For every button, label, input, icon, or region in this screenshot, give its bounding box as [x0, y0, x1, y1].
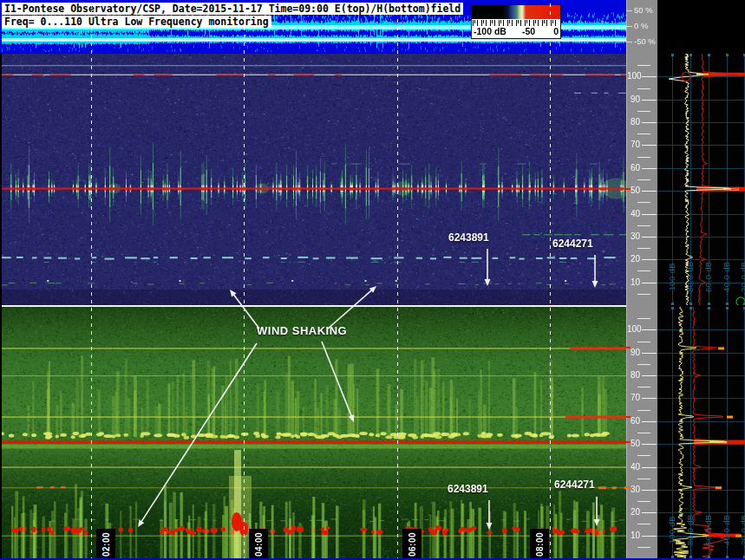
- freq-tick-minor: [637, 202, 650, 203]
- percent-label: -50 %: [634, 36, 656, 46]
- percent-tick: [626, 10, 632, 11]
- freq-tick-minor: [637, 294, 650, 295]
- colorbar-label-mid: -50: [522, 26, 535, 36]
- time-label: 04:00: [254, 531, 264, 556]
- freq-tick-major: [642, 444, 657, 445]
- db-axis-label-text: -60.0 dB: [703, 514, 713, 548]
- freq-tick-minor: [637, 433, 650, 433]
- freq-tick-label: 10: [627, 531, 640, 540]
- freq-tick-major: [642, 353, 657, 354]
- time-label-box: 04:00: [249, 529, 268, 559]
- freq-tick-label: 20: [627, 507, 640, 517]
- waveform-strip: I1-Pontese Observatory/CSP, Date=2015-11…: [0, 0, 627, 54]
- axis-line-mark: [626, 486, 631, 488]
- freq-tick-major: [642, 329, 657, 330]
- freq-tick-major: [642, 76, 657, 77]
- db-axis-label: -60.0 dB: [702, 505, 714, 558]
- db-axis-label-text: -80.0 dB: [685, 514, 695, 548]
- db-axis-label: -40.0 dB: [720, 505, 732, 558]
- freq-tick-label: 80: [627, 370, 640, 380]
- freq-tick-major: [642, 168, 657, 169]
- freq-tick-major: [642, 536, 657, 537]
- freq-tick-minor: [637, 318, 650, 319]
- freq-tick-major: [642, 145, 657, 146]
- colorbar-gradient: [472, 5, 560, 19]
- freq-tick-major: [642, 214, 657, 215]
- freq-tick-minor: [637, 270, 650, 271]
- percent-tick: [626, 26, 632, 27]
- freq-tick-major: [642, 259, 657, 260]
- spectrogram-separator: [2, 305, 626, 307]
- freq-tick-major: [642, 421, 657, 422]
- freq-tick-major: [642, 398, 657, 399]
- freq-tick-minor: [637, 111, 650, 112]
- freq-tick-minor: [637, 524, 650, 524]
- title-line-2: Freq= 0...110 Ultra Low Frequency monito…: [2, 16, 271, 28]
- event-label-2-bottom: 6244271: [554, 479, 595, 491]
- percent-label: 0 %: [634, 21, 648, 30]
- db-axis-label-text: -60.0 dB: [703, 261, 713, 295]
- freq-tick-major: [642, 283, 657, 283]
- freq-tick-major: [642, 100, 657, 101]
- time-label-box: 08:00: [530, 529, 549, 559]
- freq-tick-major: [642, 237, 657, 238]
- axis-line-mark: [626, 416, 631, 418]
- freq-tick-label: 30: [627, 231, 640, 241]
- colorbar-label-min: -100 dB: [474, 26, 506, 36]
- db-axis-label: -60.0 dB: [702, 251, 714, 305]
- percent-label: 50 %: [634, 5, 653, 15]
- freq-tick-minor: [637, 387, 650, 387]
- db-axis-label-text: -20.0 dB: [739, 261, 745, 295]
- axis-line-mark: [626, 188, 631, 190]
- db-axis-label-text: -40.0 dB: [722, 514, 731, 548]
- db-axis-label: -100 dB: [665, 251, 677, 305]
- freq-tick-label: 90: [627, 94, 640, 104]
- e-field-spectrogram: [2, 54, 626, 305]
- freq-tick-major: [642, 191, 657, 192]
- freq-tick-major: [642, 375, 657, 376]
- time-label-box: 06:00: [402, 529, 422, 559]
- freq-tick-label: 40: [627, 209, 640, 218]
- freq-tick-minor: [637, 342, 650, 342]
- title-line-1: I1-Pontese Observatory/CSP, Date=2015-11…: [2, 3, 463, 15]
- db-axis-label-text: -20.0 dB: [739, 514, 745, 548]
- percent-tick: [626, 42, 632, 42]
- freq-tick-minor: [637, 225, 650, 226]
- freq-tick-label: 70: [627, 393, 640, 402]
- time-label: 08:00: [535, 531, 545, 556]
- time-label: 06:00: [408, 531, 417, 556]
- time-label: 02:00: [101, 531, 111, 556]
- db-axis-label: -40.0 dB: [720, 251, 732, 305]
- freq-tick-minor: [637, 248, 650, 249]
- db-axis-label: -20.0 dB: [737, 505, 745, 558]
- app-window: I1-Pontese Observatory/CSP, Date=2015-11…: [0, 0, 745, 560]
- freq-tick-minor: [637, 133, 650, 134]
- event-label-2-top: 6244271: [552, 238, 593, 250]
- event-label-1-top: 6243891: [448, 231, 489, 244]
- freq-tick-label: 10: [627, 277, 640, 287]
- freq-tick-minor: [637, 547, 650, 548]
- freq-tick-label: 60: [627, 163, 640, 173]
- colorbar-label-max: 0: [553, 26, 559, 36]
- wind-shaking-label: WIND SHAKING: [257, 324, 347, 337]
- freq-tick-minor: [637, 410, 650, 411]
- freq-tick-minor: [637, 479, 650, 479]
- db-axis-label-text: -40.0 dB: [722, 261, 731, 295]
- freq-tick-minor: [637, 65, 650, 66]
- freq-tick-label: 100: [627, 71, 640, 81]
- freq-tick-label: 80: [627, 117, 640, 127]
- h-field-spectrogram: [2, 307, 626, 558]
- freq-tick-minor: [637, 501, 650, 502]
- freq-tick-minor: [637, 179, 650, 180]
- freq-tick-label: 100: [627, 324, 640, 334]
- freq-tick-label: 40: [627, 462, 640, 472]
- colorbar-legend: -100 dB -50 0: [471, 4, 561, 39]
- time-gridline: [91, 3, 92, 558]
- freq-tick-minor: [637, 455, 650, 456]
- freq-tick-minor: [637, 88, 650, 89]
- time-gridline: [397, 3, 398, 558]
- db-axis-label-text: -80.0 dB: [685, 261, 695, 295]
- db-axis-label-text: -100 dB: [667, 516, 676, 547]
- db-axis-label: -20.0 dB: [737, 251, 745, 305]
- db-axis-label: -80.0 dB: [683, 505, 696, 558]
